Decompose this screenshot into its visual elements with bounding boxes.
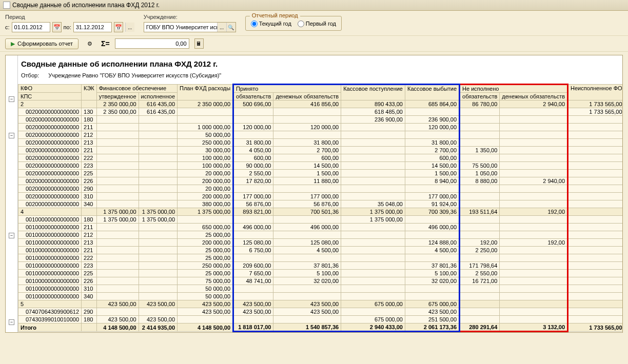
date-to-input[interactable] <box>73 22 112 32</box>
report-period-legend: Отчетный период <box>250 12 300 18</box>
radio-first-year[interactable]: Первый год <box>298 21 336 27</box>
table-row: 07430399010010000180423 500,00423 500,00… <box>18 316 623 323</box>
table-row: 0010000000000000022525 000,007 650,005 1… <box>18 270 623 277</box>
report-title: Сводные данные об исполнении плана ФХД 2… <box>18 55 622 70</box>
th-notexec: Не исполнено <box>460 85 568 93</box>
table-row: 001000000000000001801 375 000,001 375 00… <box>18 216 623 224</box>
org-select-button[interactable]: ... <box>217 23 226 32</box>
th-kfo: КФО <box>18 85 82 93</box>
th-oblig: обязательств <box>233 93 273 100</box>
org-open-button[interactable]: 🔍 <box>226 23 235 32</box>
outline-collapse-button[interactable]: − <box>9 133 14 138</box>
table-row: 00200000000000000180236 900,00236 900,00 <box>18 116 623 124</box>
th-kek: КЭК <box>82 85 97 100</box>
table-row: 0020000000000000022130 000,004 050,002 7… <box>18 147 623 154</box>
th-accepted: Принято <box>233 85 341 93</box>
table-row: 00200000000000000222100 000,00600,00600,… <box>18 154 623 162</box>
table-row: 0010000000000000022125 000,006 750,004 5… <box>18 247 623 254</box>
window-title: Сводные данные об исполнении плана ФХД 2… <box>12 2 160 9</box>
settings-icon-button[interactable]: ⚙ <box>84 38 96 49</box>
report-area: − − − − Сводные данные об исполнении пла… <box>5 55 623 333</box>
form-report-button[interactable]: ▶ Сформировать отчет <box>5 38 78 49</box>
table-row: 07407064309900612290423 500,00423 500,00… <box>18 308 623 316</box>
th-ufo: Неисполненное ФО <box>568 85 622 100</box>
radio-current-year[interactable]: Текущий год <box>251 21 291 27</box>
sigma-label: Σ= <box>101 39 110 48</box>
table-row: 0020000000000000021250 000,00 <box>18 131 623 139</box>
sum-input[interactable] <box>115 38 189 49</box>
table-row: 0010000000000000034050 000,00 <box>18 293 623 300</box>
params-bar: Период с: 📅 по: 📅 ... Учреждение: ГОБУ В… <box>0 11 628 35</box>
th-executed: исполненное <box>139 93 177 100</box>
org-label: Учреждение: <box>144 14 236 20</box>
outline-collapse-button[interactable]: − <box>9 96 14 102</box>
date-from-calendar-icon[interactable]: 📅 <box>52 22 62 32</box>
data-table: КФО КЭК Финансовое обеспечение План ФХД … <box>18 84 622 332</box>
org-value: ГОБУ ВПО Университет искусс... <box>144 24 217 30</box>
table-row: 00200000000000000226200 000,0017 820,001… <box>18 177 623 185</box>
table-row: 00100000000000000223250 000,00209 600,00… <box>18 262 623 270</box>
th-ne-moneyoblig: денежных обязательств <box>500 93 568 100</box>
table-row: 41 375 000,001 375 000,001 375 000,00893… <box>18 208 623 216</box>
table-row: 00100000000000000213200 000,00125 080,00… <box>18 239 623 247</box>
th-moneyoblig: денежных обязательств <box>273 93 341 100</box>
table-row: 22 350 000,00616 435,002 350 000,00500 6… <box>18 100 623 108</box>
th-cashin: Кассовое поступление <box>341 85 405 100</box>
th-fin: Финансовое обеспечение <box>96 85 177 93</box>
table-row: 00200000000000000340380 000,0056 876,005… <box>18 200 623 208</box>
report-period-group: Отчетный период Текущий год Первый год <box>245 16 342 31</box>
filter-label: Отбор: <box>21 72 39 78</box>
from-label: с: <box>5 24 10 30</box>
th-plan: План ФХД расходы <box>178 85 233 100</box>
table-row: 0010000000000000022675 000,0048 741,0032… <box>18 277 623 285</box>
table-row: 00200000000000000310200 000,00177 000,00… <box>18 193 623 200</box>
outline-collapse-button[interactable]: − <box>9 233 14 238</box>
to-label: по: <box>64 24 71 30</box>
period-label: Период <box>5 14 134 20</box>
play-icon: ▶ <box>11 41 15 47</box>
table-row: 002000000000000001302 350 000,00616 435,… <box>18 108 623 116</box>
window-icon <box>3 2 10 9</box>
outline-collapse-button[interactable]: − <box>9 319 14 325</box>
filter-text: Учреждение Равно "ГОБУ ВПО Университет и… <box>48 72 221 78</box>
outline-column: − − − − <box>6 55 18 332</box>
th-cashout: Кассовое выбытие <box>405 85 459 100</box>
table-row: 0010000000000000021225 000,00 <box>18 231 623 239</box>
table-row: 5423 500,00423 500,00423 500,00423 500,0… <box>18 300 623 308</box>
period-picker-button[interactable]: ... <box>125 23 134 32</box>
sum-calc-icon[interactable]: 🖩 <box>194 38 204 49</box>
table-row: 0010000000000000022225 000,00 <box>18 254 623 262</box>
date-from-input[interactable] <box>12 22 50 32</box>
th-ne-oblig: обязательств <box>460 93 500 100</box>
filter-row: Отбор: Учреждение Равно "ГОБУ ВПО Универ… <box>18 70 622 84</box>
table-row: 0010000000000000031050 000,00 <box>18 285 623 293</box>
window-titlebar: Сводные данные об исполнении плана ФХД 2… <box>0 0 628 11</box>
table-row: 002000000000000002111 000 000,00120 000,… <box>18 124 623 131</box>
table-row: 0020000000000000029020 000,00 <box>18 185 623 193</box>
table-row: 00200000000000000213250 000,0031 800,003… <box>18 139 623 147</box>
th-kps: КПС <box>18 93 82 100</box>
action-bar: ▶ Сформировать отчет ⚙ Σ= 🖩 <box>0 35 628 52</box>
table-row: 00200000000000000223100 000,0090 000,001… <box>18 162 623 170</box>
org-dropdown[interactable]: ГОБУ ВПО Университет искусс... ... 🔍 <box>144 22 236 32</box>
th-approved: утвержденное <box>96 93 139 100</box>
table-row: 00100000000000000211650 000,00496 000,00… <box>18 224 623 231</box>
date-to-calendar-icon[interactable]: 📅 <box>114 22 123 32</box>
table-row: 0020000000000000022520 000,002 550,001 5… <box>18 170 623 177</box>
totals-row: Итого 4 148 500,00 2 414 935,00 4 148 50… <box>18 323 623 332</box>
